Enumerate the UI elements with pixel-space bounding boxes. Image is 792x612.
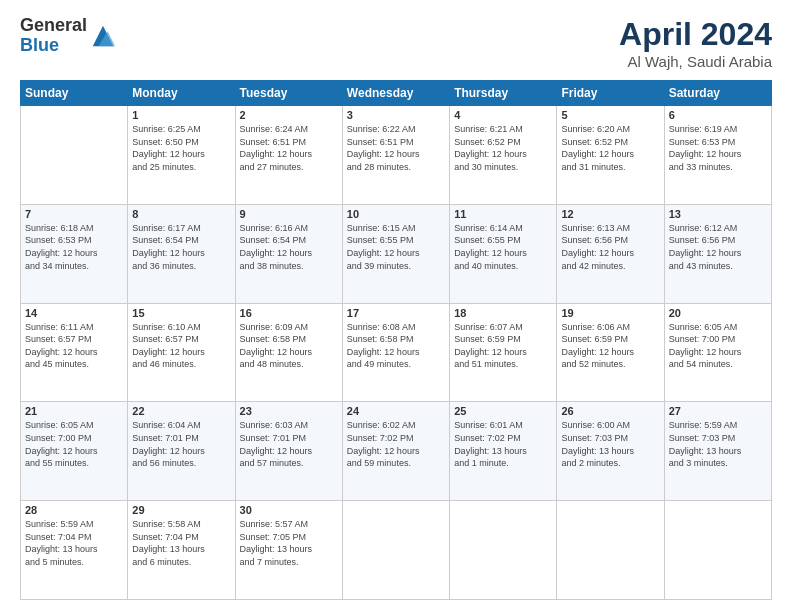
calendar-cell: 14Sunrise: 6:11 AM Sunset: 6:57 PM Dayli…	[21, 303, 128, 402]
month-title: April 2024	[619, 16, 772, 53]
calendar-cell: 3Sunrise: 6:22 AM Sunset: 6:51 PM Daylig…	[342, 106, 449, 205]
calendar-cell	[21, 106, 128, 205]
calendar-cell: 7Sunrise: 6:18 AM Sunset: 6:53 PM Daylig…	[21, 204, 128, 303]
title-block: April 2024 Al Wajh, Saudi Arabia	[619, 16, 772, 70]
logo-general: General	[20, 16, 87, 36]
calendar-week-5: 28Sunrise: 5:59 AM Sunset: 7:04 PM Dayli…	[21, 501, 772, 600]
calendar-cell: 11Sunrise: 6:14 AM Sunset: 6:55 PM Dayli…	[450, 204, 557, 303]
day-info: Sunrise: 6:13 AM Sunset: 6:56 PM Dayligh…	[561, 222, 659, 272]
logo-text: General Blue	[20, 16, 87, 56]
day-info: Sunrise: 6:01 AM Sunset: 7:02 PM Dayligh…	[454, 419, 552, 469]
header-friday: Friday	[557, 81, 664, 106]
day-info: Sunrise: 6:20 AM Sunset: 6:52 PM Dayligh…	[561, 123, 659, 173]
calendar-cell: 27Sunrise: 5:59 AM Sunset: 7:03 PM Dayli…	[664, 402, 771, 501]
day-number: 13	[669, 208, 767, 220]
day-info: Sunrise: 5:59 AM Sunset: 7:04 PM Dayligh…	[25, 518, 123, 568]
calendar-week-3: 14Sunrise: 6:11 AM Sunset: 6:57 PM Dayli…	[21, 303, 772, 402]
header-tuesday: Tuesday	[235, 81, 342, 106]
calendar-cell: 26Sunrise: 6:00 AM Sunset: 7:03 PM Dayli…	[557, 402, 664, 501]
day-info: Sunrise: 6:12 AM Sunset: 6:56 PM Dayligh…	[669, 222, 767, 272]
day-info: Sunrise: 6:05 AM Sunset: 7:00 PM Dayligh…	[25, 419, 123, 469]
calendar-cell: 23Sunrise: 6:03 AM Sunset: 7:01 PM Dayli…	[235, 402, 342, 501]
day-info: Sunrise: 6:03 AM Sunset: 7:01 PM Dayligh…	[240, 419, 338, 469]
day-info: Sunrise: 6:07 AM Sunset: 6:59 PM Dayligh…	[454, 321, 552, 371]
day-info: Sunrise: 6:18 AM Sunset: 6:53 PM Dayligh…	[25, 222, 123, 272]
day-number: 10	[347, 208, 445, 220]
calendar-cell: 22Sunrise: 6:04 AM Sunset: 7:01 PM Dayli…	[128, 402, 235, 501]
header-thursday: Thursday	[450, 81, 557, 106]
day-info: Sunrise: 6:17 AM Sunset: 6:54 PM Dayligh…	[132, 222, 230, 272]
calendar-cell	[450, 501, 557, 600]
day-number: 21	[25, 405, 123, 417]
logo-blue: Blue	[20, 36, 87, 56]
day-number: 18	[454, 307, 552, 319]
day-number: 12	[561, 208, 659, 220]
day-info: Sunrise: 5:59 AM Sunset: 7:03 PM Dayligh…	[669, 419, 767, 469]
day-info: Sunrise: 5:58 AM Sunset: 7:04 PM Dayligh…	[132, 518, 230, 568]
day-number: 2	[240, 109, 338, 121]
day-info: Sunrise: 6:16 AM Sunset: 6:54 PM Dayligh…	[240, 222, 338, 272]
calendar-cell: 20Sunrise: 6:05 AM Sunset: 7:00 PM Dayli…	[664, 303, 771, 402]
day-number: 8	[132, 208, 230, 220]
day-number: 1	[132, 109, 230, 121]
calendar-cell: 28Sunrise: 5:59 AM Sunset: 7:04 PM Dayli…	[21, 501, 128, 600]
weekday-header-row: Sunday Monday Tuesday Wednesday Thursday…	[21, 81, 772, 106]
calendar-cell	[557, 501, 664, 600]
calendar-cell: 29Sunrise: 5:58 AM Sunset: 7:04 PM Dayli…	[128, 501, 235, 600]
day-info: Sunrise: 6:10 AM Sunset: 6:57 PM Dayligh…	[132, 321, 230, 371]
calendar-cell: 16Sunrise: 6:09 AM Sunset: 6:58 PM Dayli…	[235, 303, 342, 402]
day-number: 27	[669, 405, 767, 417]
calendar-cell: 25Sunrise: 6:01 AM Sunset: 7:02 PM Dayli…	[450, 402, 557, 501]
calendar-week-1: 1Sunrise: 6:25 AM Sunset: 6:50 PM Daylig…	[21, 106, 772, 205]
day-number: 22	[132, 405, 230, 417]
day-number: 30	[240, 504, 338, 516]
header: General Blue April 2024 Al Wajh, Saudi A…	[20, 16, 772, 70]
calendar-cell: 9Sunrise: 6:16 AM Sunset: 6:54 PM Daylig…	[235, 204, 342, 303]
location: Al Wajh, Saudi Arabia	[619, 53, 772, 70]
day-info: Sunrise: 6:02 AM Sunset: 7:02 PM Dayligh…	[347, 419, 445, 469]
day-info: Sunrise: 6:05 AM Sunset: 7:00 PM Dayligh…	[669, 321, 767, 371]
calendar-cell: 17Sunrise: 6:08 AM Sunset: 6:58 PM Dayli…	[342, 303, 449, 402]
day-number: 14	[25, 307, 123, 319]
page: General Blue April 2024 Al Wajh, Saudi A…	[0, 0, 792, 612]
day-number: 19	[561, 307, 659, 319]
day-info: Sunrise: 6:09 AM Sunset: 6:58 PM Dayligh…	[240, 321, 338, 371]
calendar-cell	[664, 501, 771, 600]
logo: General Blue	[20, 16, 117, 56]
calendar-week-4: 21Sunrise: 6:05 AM Sunset: 7:00 PM Dayli…	[21, 402, 772, 501]
day-number: 29	[132, 504, 230, 516]
calendar-table: Sunday Monday Tuesday Wednesday Thursday…	[20, 80, 772, 600]
day-number: 15	[132, 307, 230, 319]
day-number: 4	[454, 109, 552, 121]
day-info: Sunrise: 5:57 AM Sunset: 7:05 PM Dayligh…	[240, 518, 338, 568]
calendar-cell: 12Sunrise: 6:13 AM Sunset: 6:56 PM Dayli…	[557, 204, 664, 303]
header-wednesday: Wednesday	[342, 81, 449, 106]
calendar-cell: 4Sunrise: 6:21 AM Sunset: 6:52 PM Daylig…	[450, 106, 557, 205]
day-number: 28	[25, 504, 123, 516]
day-number: 23	[240, 405, 338, 417]
calendar-cell: 18Sunrise: 6:07 AM Sunset: 6:59 PM Dayli…	[450, 303, 557, 402]
day-number: 5	[561, 109, 659, 121]
day-info: Sunrise: 6:11 AM Sunset: 6:57 PM Dayligh…	[25, 321, 123, 371]
calendar-cell: 13Sunrise: 6:12 AM Sunset: 6:56 PM Dayli…	[664, 204, 771, 303]
day-number: 24	[347, 405, 445, 417]
day-number: 16	[240, 307, 338, 319]
calendar-cell: 30Sunrise: 5:57 AM Sunset: 7:05 PM Dayli…	[235, 501, 342, 600]
calendar-cell	[342, 501, 449, 600]
header-monday: Monday	[128, 81, 235, 106]
calendar-cell: 10Sunrise: 6:15 AM Sunset: 6:55 PM Dayli…	[342, 204, 449, 303]
calendar-cell: 15Sunrise: 6:10 AM Sunset: 6:57 PM Dayli…	[128, 303, 235, 402]
day-info: Sunrise: 6:15 AM Sunset: 6:55 PM Dayligh…	[347, 222, 445, 272]
day-number: 9	[240, 208, 338, 220]
day-number: 7	[25, 208, 123, 220]
header-saturday: Saturday	[664, 81, 771, 106]
day-info: Sunrise: 6:08 AM Sunset: 6:58 PM Dayligh…	[347, 321, 445, 371]
day-number: 6	[669, 109, 767, 121]
day-info: Sunrise: 6:25 AM Sunset: 6:50 PM Dayligh…	[132, 123, 230, 173]
day-number: 25	[454, 405, 552, 417]
day-info: Sunrise: 6:00 AM Sunset: 7:03 PM Dayligh…	[561, 419, 659, 469]
day-info: Sunrise: 6:04 AM Sunset: 7:01 PM Dayligh…	[132, 419, 230, 469]
day-number: 11	[454, 208, 552, 220]
day-info: Sunrise: 6:14 AM Sunset: 6:55 PM Dayligh…	[454, 222, 552, 272]
logo-icon	[89, 22, 117, 50]
